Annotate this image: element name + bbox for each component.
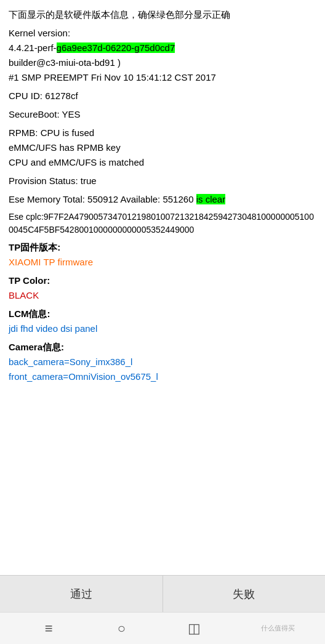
lcm-label: LCM信息:	[9, 307, 316, 321]
main-content: 下面显示的是软硬件版本信息，确保绿色部分显示正确 Kernel version:…	[0, 0, 325, 575]
camera-back: back_camera=Sony_imx386_l	[9, 355, 316, 369]
cpu-label: CPU ID:	[9, 91, 45, 101]
provision-label: Provision Status:	[9, 175, 81, 186]
camera-section: Camera信息: back_camera=Sony_imx386_l fron…	[9, 340, 316, 384]
rpmb-section: RPMB: CPU is fused eMMC/UFS has RPMB key…	[9, 126, 316, 170]
kernel-section: Kernel version: 4.4.21-perf-g6a9ee37d-06…	[9, 26, 316, 85]
kernel-builder: builder@c3-miui-ota-bd91 )	[9, 55, 316, 70]
kernel-label: Kernel version:	[9, 26, 316, 41]
lcm-section: LCM信息: jdi fhd video dsi panel	[9, 307, 316, 336]
ese-cplc-label: Ese cplc:	[9, 212, 44, 222]
ese-memory-label: Ese Memory Total: 550912 Available: 5512…	[9, 194, 196, 204]
home-icon[interactable]: ○	[103, 616, 140, 641]
secureboot-section: SecureBoot: YES	[9, 107, 316, 122]
secureboot-value: YES	[62, 109, 80, 119]
watermark: 什么值得买	[261, 624, 295, 633]
camera-label: Camera信息:	[9, 340, 316, 355]
recent-icon[interactable]: ◫	[176, 616, 213, 641]
button-row: 通过 失败	[0, 575, 325, 612]
provision-value: true	[81, 175, 97, 186]
tp-color-section: TP Color: BLACK	[9, 273, 316, 303]
fail-button[interactable]: 失败	[163, 576, 326, 612]
intro-label: 下面显示的是软硬件版本信息，确保绿色部分显示正确	[9, 9, 230, 20]
camera-front: front_camera=OmniVision_ov5675_l	[9, 369, 316, 384]
kernel-highlight: g6a9ee37d-06220-g75d0cd7	[57, 42, 175, 53]
lcm-value: jdi fhd video dsi panel	[9, 321, 316, 336]
menu-icon[interactable]: ≡	[30, 616, 67, 641]
tp-label: TP固件版本:	[9, 240, 316, 255]
rpmb-line1: RPMB: CPU is fused	[9, 126, 316, 140]
pass-button[interactable]: 通过	[0, 576, 163, 612]
tp-color-label: TP Color:	[9, 273, 316, 288]
nav-bar: ≡ ○ ◫ 什么值得买	[0, 612, 325, 644]
cpu-value: 61278cf	[45, 91, 78, 101]
ese-memory-highlight: is clear	[196, 194, 226, 204]
tp-value: XIAOMI TP firmware	[9, 255, 316, 270]
ese-cplc-value: 9F7F2A4790057347012198010072132184259427…	[9, 212, 314, 235]
ese-cplc-section: Ese cplc:9F7F2A4790057347012198010072132…	[9, 211, 316, 236]
tp-section: TP固件版本: XIAOMI TP firmware	[9, 240, 316, 270]
rpmb-line2: eMMC/UFS has RPMB key	[9, 140, 316, 155]
secureboot-label: SecureBoot:	[9, 109, 62, 119]
intro-text: 下面显示的是软硬件版本信息，确保绿色部分显示正确	[9, 7, 316, 22]
kernel-smp: #1 SMP PREEMPT Fri Nov 10 15:41:12 CST 2…	[9, 70, 316, 85]
tp-color-value: BLACK	[9, 288, 316, 303]
provision-section: Provision Status: true	[9, 174, 316, 188]
kernel-version: 4.4.21-perf-g6a9ee37d-06220-g75d0cd7	[9, 41, 316, 55]
rpmb-line3: CPU and eMMC/UFS is matched	[9, 155, 316, 170]
ese-memory-section: Ese Memory Total: 550912 Available: 5512…	[9, 192, 316, 207]
cpu-section: CPU ID: 61278cf	[9, 89, 316, 103]
